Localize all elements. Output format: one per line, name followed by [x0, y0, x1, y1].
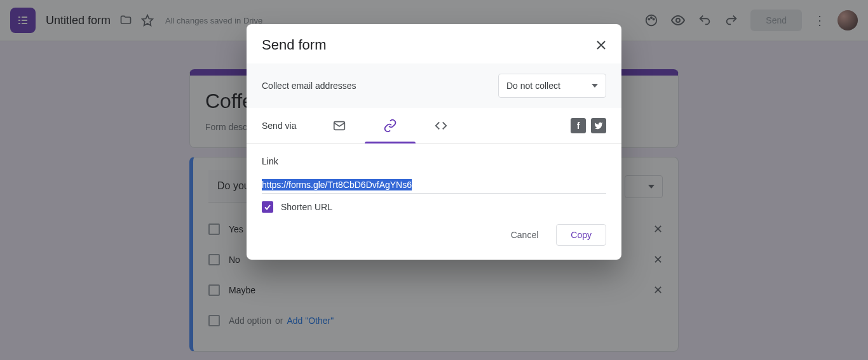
- collect-email-row: Collect email addresses Do not collect: [247, 63, 621, 108]
- shorten-url-checkbox[interactable]: [262, 201, 273, 213]
- cancel-button[interactable]: Cancel: [505, 225, 545, 245]
- share-facebook-icon[interactable]: f: [571, 118, 586, 133]
- collect-email-label: Collect email addresses: [262, 81, 356, 91]
- share-twitter-icon[interactable]: [591, 118, 606, 133]
- link-heading: Link: [262, 156, 606, 166]
- dialog-title: Send form: [262, 37, 327, 53]
- copy-button[interactable]: Copy: [556, 224, 606, 246]
- link-url-field[interactable]: https://forms.gle/Trt8CbD6DvfAgYNs6: [262, 179, 606, 190]
- tab-embed[interactable]: [416, 108, 466, 143]
- send-via-tabs: Send via f: [247, 108, 621, 143]
- shorten-url-label: Shorten URL: [281, 202, 332, 212]
- send-via-label: Send via: [262, 121, 296, 131]
- tab-email[interactable]: [314, 108, 365, 143]
- send-form-dialog: Send form Collect email addresses Do not…: [247, 24, 621, 260]
- collect-email-select[interactable]: Do not collect: [498, 74, 606, 98]
- tab-link[interactable]: [365, 108, 416, 143]
- close-icon[interactable]: [596, 40, 606, 50]
- link-url-value: https://forms.gle/Trt8CbD6DvfAgYNs6: [262, 179, 412, 190]
- collect-email-value: Do not collect: [506, 81, 560, 91]
